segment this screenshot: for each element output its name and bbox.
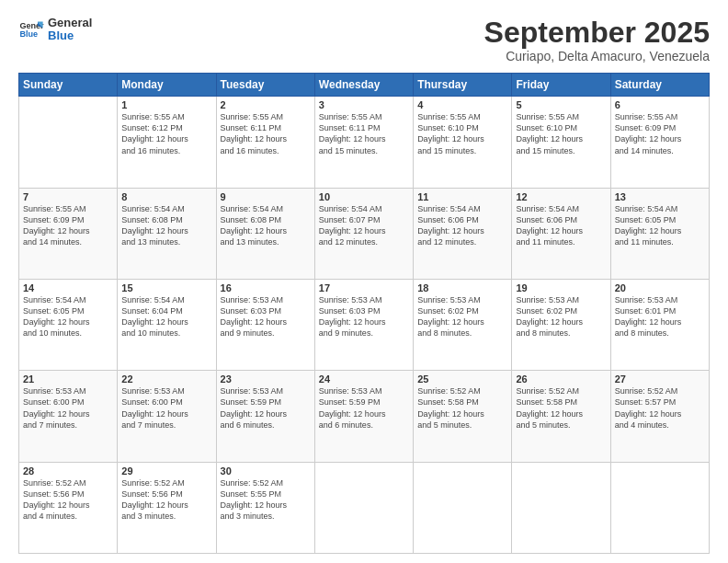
day-info: Sunrise: 5:54 AMSunset: 6:05 PMDaylight:… — [23, 294, 113, 339]
table-cell: 20Sunrise: 5:53 AMSunset: 6:01 PMDayligh… — [610, 279, 709, 370]
table-cell: 28Sunrise: 5:52 AMSunset: 5:56 PMDayligh… — [19, 462, 118, 553]
table-cell: 2Sunrise: 5:55 AMSunset: 6:11 PMDaylight… — [216, 97, 314, 188]
title-area: September 2025 Curiapo, Delta Amacuro, V… — [484, 17, 710, 63]
calendar-week-row: 1Sunrise: 5:55 AMSunset: 6:12 PMDaylight… — [19, 97, 710, 188]
calendar-header-row: Sunday Monday Tuesday Wednesday Thursday… — [19, 74, 710, 97]
day-number: 13 — [615, 191, 705, 202]
table-cell: 24Sunrise: 5:53 AMSunset: 5:59 PMDayligh… — [314, 371, 413, 462]
table-cell: 5Sunrise: 5:55 AMSunset: 6:10 PMDaylight… — [512, 97, 610, 188]
day-info: Sunrise: 5:53 AMSunset: 5:59 PMDaylight:… — [319, 385, 409, 431]
day-number: 1 — [121, 99, 211, 110]
calendar-table: Sunday Monday Tuesday Wednesday Thursday… — [18, 73, 710, 554]
table-cell: 9Sunrise: 5:54 AMSunset: 6:08 PMDaylight… — [216, 188, 314, 279]
day-info: Sunrise: 5:53 AMSunset: 6:03 PMDaylight:… — [319, 294, 409, 339]
logo-general: General — [48, 17, 92, 29]
col-sunday: Sunday — [19, 74, 118, 97]
day-number: 28 — [23, 465, 113, 477]
table-cell: 23Sunrise: 5:53 AMSunset: 5:59 PMDayligh… — [216, 371, 314, 462]
logo-blue: Blue — [48, 29, 92, 42]
day-info: Sunrise: 5:52 AMSunset: 5:55 PMDaylight:… — [221, 477, 311, 523]
calendar-week-row: 28Sunrise: 5:52 AMSunset: 5:56 PMDayligh… — [19, 462, 710, 553]
table-cell: 13Sunrise: 5:54 AMSunset: 6:05 PMDayligh… — [610, 188, 709, 279]
table-cell: 8Sunrise: 5:54 AMSunset: 6:08 PMDaylight… — [118, 188, 216, 279]
day-info: Sunrise: 5:55 AMSunset: 6:12 PMDaylight:… — [121, 111, 211, 156]
day-number: 17 — [319, 282, 409, 293]
day-number: 29 — [121, 465, 211, 477]
day-info: Sunrise: 5:53 AMSunset: 6:00 PMDaylight:… — [23, 385, 113, 431]
table-cell: 1Sunrise: 5:55 AMSunset: 6:12 PMDaylight… — [118, 97, 216, 188]
table-cell — [414, 462, 512, 553]
day-number: 15 — [121, 282, 211, 293]
table-cell: 19Sunrise: 5:53 AMSunset: 6:02 PMDayligh… — [512, 279, 610, 370]
day-info: Sunrise: 5:55 AMSunset: 6:11 PMDaylight:… — [319, 111, 409, 156]
day-number: 5 — [516, 99, 606, 110]
table-cell: 16Sunrise: 5:53 AMSunset: 6:03 PMDayligh… — [216, 279, 314, 370]
day-number: 24 — [319, 373, 409, 385]
day-number: 14 — [23, 282, 113, 293]
table-cell — [19, 97, 118, 188]
month-title: September 2025 — [484, 17, 710, 49]
table-cell — [314, 462, 413, 553]
table-cell: 22Sunrise: 5:53 AMSunset: 6:00 PMDayligh… — [118, 371, 216, 462]
table-cell: 3Sunrise: 5:55 AMSunset: 6:11 PMDaylight… — [314, 97, 413, 188]
table-cell: 4Sunrise: 5:55 AMSunset: 6:10 PMDaylight… — [414, 97, 512, 188]
day-info: Sunrise: 5:55 AMSunset: 6:10 PMDaylight:… — [417, 111, 507, 156]
day-info: Sunrise: 5:52 AMSunset: 5:56 PMDaylight:… — [23, 477, 113, 523]
day-info: Sunrise: 5:53 AMSunset: 6:02 PMDaylight:… — [516, 294, 606, 339]
calendar-week-row: 21Sunrise: 5:53 AMSunset: 6:00 PMDayligh… — [19, 371, 710, 462]
day-number: 20 — [615, 282, 705, 293]
day-info: Sunrise: 5:55 AMSunset: 6:11 PMDaylight:… — [221, 111, 311, 156]
day-number: 25 — [417, 373, 507, 385]
col-tuesday: Tuesday — [216, 74, 314, 97]
day-info: Sunrise: 5:55 AMSunset: 6:10 PMDaylight:… — [516, 111, 606, 156]
header: General Blue General Blue September 2025… — [18, 17, 710, 63]
svg-text:Blue: Blue — [19, 30, 38, 40]
page: General Blue General Blue September 2025… — [0, 0, 728, 563]
table-cell: 6Sunrise: 5:55 AMSunset: 6:09 PMDaylight… — [610, 97, 709, 188]
col-monday: Monday — [118, 74, 216, 97]
col-saturday: Saturday — [610, 74, 709, 97]
day-info: Sunrise: 5:52 AMSunset: 5:58 PMDaylight:… — [516, 385, 606, 431]
day-info: Sunrise: 5:54 AMSunset: 6:05 PMDaylight:… — [615, 203, 705, 248]
table-cell — [610, 462, 709, 553]
day-number: 23 — [221, 373, 311, 385]
day-info: Sunrise: 5:55 AMSunset: 6:09 PMDaylight:… — [23, 203, 113, 248]
day-number: 11 — [417, 191, 507, 202]
calendar-week-row: 14Sunrise: 5:54 AMSunset: 6:05 PMDayligh… — [19, 279, 710, 370]
day-info: Sunrise: 5:53 AMSunset: 6:01 PMDaylight:… — [615, 294, 705, 339]
day-number: 18 — [417, 282, 507, 293]
col-wednesday: Wednesday — [314, 74, 413, 97]
table-cell: 10Sunrise: 5:54 AMSunset: 6:07 PMDayligh… — [314, 188, 413, 279]
day-number: 12 — [516, 191, 606, 202]
day-info: Sunrise: 5:53 AMSunset: 6:03 PMDaylight:… — [221, 294, 311, 339]
day-info: Sunrise: 5:54 AMSunset: 6:08 PMDaylight:… — [121, 203, 211, 248]
day-number: 6 — [615, 99, 705, 110]
table-cell: 17Sunrise: 5:53 AMSunset: 6:03 PMDayligh… — [314, 279, 413, 370]
table-cell: 14Sunrise: 5:54 AMSunset: 6:05 PMDayligh… — [19, 279, 118, 370]
day-number: 2 — [221, 99, 311, 110]
day-info: Sunrise: 5:52 AMSunset: 5:57 PMDaylight:… — [615, 385, 705, 431]
day-info: Sunrise: 5:53 AMSunset: 6:02 PMDaylight:… — [417, 294, 507, 339]
day-number: 19 — [516, 282, 606, 293]
table-cell: 27Sunrise: 5:52 AMSunset: 5:57 PMDayligh… — [610, 371, 709, 462]
day-info: Sunrise: 5:54 AMSunset: 6:06 PMDaylight:… — [417, 203, 507, 248]
day-number: 22 — [121, 373, 211, 385]
col-friday: Friday — [512, 74, 610, 97]
day-number: 7 — [23, 191, 113, 202]
calendar-week-row: 7Sunrise: 5:55 AMSunset: 6:09 PMDaylight… — [19, 188, 710, 279]
day-info: Sunrise: 5:54 AMSunset: 6:07 PMDaylight:… — [319, 203, 409, 248]
table-cell: 29Sunrise: 5:52 AMSunset: 5:56 PMDayligh… — [118, 462, 216, 553]
day-info: Sunrise: 5:54 AMSunset: 6:08 PMDaylight:… — [221, 203, 311, 248]
day-number: 26 — [516, 373, 606, 385]
day-info: Sunrise: 5:54 AMSunset: 6:06 PMDaylight:… — [516, 203, 606, 248]
table-cell — [512, 462, 610, 553]
day-info: Sunrise: 5:53 AMSunset: 5:59 PMDaylight:… — [221, 385, 311, 431]
location-subtitle: Curiapo, Delta Amacuro, Venezuela — [484, 49, 710, 63]
day-number: 30 — [221, 465, 311, 477]
day-info: Sunrise: 5:54 AMSunset: 6:04 PMDaylight:… — [121, 294, 211, 339]
table-cell: 18Sunrise: 5:53 AMSunset: 6:02 PMDayligh… — [414, 279, 512, 370]
table-cell: 21Sunrise: 5:53 AMSunset: 6:00 PMDayligh… — [19, 371, 118, 462]
table-cell: 12Sunrise: 5:54 AMSunset: 6:06 PMDayligh… — [512, 188, 610, 279]
day-number: 16 — [221, 282, 311, 293]
logo-icon: General Blue — [18, 17, 44, 42]
